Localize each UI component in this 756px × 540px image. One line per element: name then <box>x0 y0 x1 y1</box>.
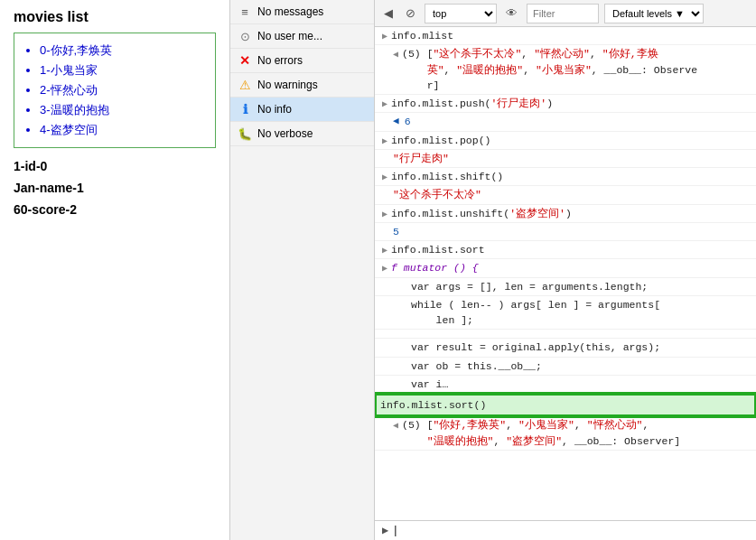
filter-info[interactable]: ℹ No info <box>230 98 374 122</box>
line-content: "行尸走肉" <box>393 151 752 166</box>
filter-verbose-label: No verbose <box>257 127 313 140</box>
console-line: ◀ (5) ["你好,李焕英", "小鬼当家", "怦然心动", "温暖的抱抱"… <box>375 416 756 451</box>
console-line: ◀ (5) ["这个杀手不太冷", "怦然心动", "你好,李焕 英", "温暖… <box>375 45 756 95</box>
info-icon: ℹ <box>238 102 252 116</box>
console-prompt-bar: | <box>392 525 398 537</box>
filter-warnings[interactable]: ⚠ No warnings <box>230 73 374 98</box>
console-line: ▶ info.mlist.push('行尸走肉') <box>375 95 756 113</box>
console-line: ▶ info.mlist.sort <box>375 241 756 259</box>
eye-button[interactable]: 👁 <box>502 5 521 22</box>
line-content: info.mlist.push('行尸走肉') <box>391 96 752 111</box>
console-line: while ( len-- ) args[ len ] = arguments[… <box>375 296 756 331</box>
line-content: info.mlist <box>391 28 752 43</box>
console-line: ◀ 6 <box>375 113 756 131</box>
list-item: 1-小鬼当家 <box>40 61 208 80</box>
console-line <box>375 330 756 339</box>
line-content: (5) ["这个杀手不太冷", "怦然心动", "你好,李焕 英", "温暖的抱… <box>402 46 752 93</box>
console-output[interactable]: ▶ info.mlist ◀ (5) ["这个杀手不太冷", "怦然心动", "… <box>375 27 756 520</box>
user-icon: ⊙ <box>238 29 252 43</box>
back-button[interactable]: ◀ <box>380 5 397 22</box>
level-select[interactable]: Default levels ▼ <box>604 4 704 23</box>
verbose-icon: 🐛 <box>238 126 252 141</box>
console-line: var result = original.apply(this, args); <box>375 339 756 357</box>
console-line: ▶ info.mlist.unshift('盗梦空间') <box>375 205 756 223</box>
line-content: info.mlist.unshift('盗梦空间') <box>391 206 752 221</box>
filter-messages[interactable]: ≡ No messages <box>230 0 374 24</box>
filter-verbose[interactable]: 🐛 No verbose <box>230 122 374 146</box>
filter-warnings-label: No warnings <box>257 79 318 91</box>
console-input-row: ▶ | <box>375 520 756 540</box>
console-line: ▶ f mutator () { <box>375 259 756 277</box>
expand-arrow[interactable]: ▶ <box>382 242 387 257</box>
line-content: var ob = this.__ob__; <box>411 358 752 374</box>
filter-input[interactable] <box>527 4 599 23</box>
console-toolbar: ◀ ⊘ top 👁 Default levels ▼ <box>375 0 756 27</box>
line-content: info.mlist.pop() <box>391 133 752 148</box>
warning-icon: ⚠ <box>238 78 252 92</box>
console-line: "这个杀手不太冷" <box>375 186 756 204</box>
console-line: "行尸走肉" <box>375 150 756 168</box>
line-content: (5) ["你好,李焕英", "小鬼当家", "怦然心动", "温暖的抱抱", … <box>402 417 752 449</box>
info-item-2: Jan-name-1 <box>14 181 216 195</box>
list-item: 0-你好,李焕英 <box>40 41 208 61</box>
info-item-1: 1-id-0 <box>14 159 216 173</box>
expand-arrow[interactable]: ▶ <box>382 96 387 111</box>
filter-info-label: No info <box>257 103 292 116</box>
expand-arrow[interactable]: ▶ <box>382 260 387 275</box>
movie-list: 0-你好,李焕英 1-小鬼当家 2-怦然心动 3-温暖的抱抱 4-盗梦空间 <box>14 33 216 148</box>
line-content: 5 <box>393 224 752 239</box>
clear-button[interactable]: ⊘ <box>402 5 419 22</box>
page-title: movies list <box>14 9 216 25</box>
context-select[interactable]: top <box>425 4 497 23</box>
line-content: "这个杀手不太冷" <box>393 187 752 202</box>
list-item: 3-温暖的抱抱 <box>40 100 208 120</box>
console-line: var i… <box>375 376 756 394</box>
filter-errors[interactable]: ✕ No errors <box>230 49 374 73</box>
expand-arrow[interactable]: ▶ <box>382 169 387 184</box>
left-panel: movies list 0-你好,李焕英 1-小鬼当家 2-怦然心动 3-温暖的… <box>0 0 230 540</box>
expand-arrow[interactable]: ▶ <box>382 133 387 148</box>
filter-user-label: No user me... <box>257 30 322 42</box>
list-item: 4-盗梦空间 <box>40 120 208 140</box>
filter-user[interactable]: ⊙ No user me... <box>230 24 374 49</box>
line-content: var i… <box>411 377 752 392</box>
collapse-arrow[interactable]: ◀ <box>393 417 398 433</box>
console-line: var args = [], len = arguments.length; <box>375 278 756 296</box>
console-line: ▶ info.mlist.shift() <box>375 168 756 186</box>
line-content: info.mlist.sort <box>391 242 752 257</box>
line-number: ◀ <box>393 114 399 129</box>
console-line: ▶ info.mlist.pop() <box>375 132 756 150</box>
line-content: 6 <box>405 114 752 129</box>
filter-panel: ≡ No messages ⊙ No user me... ✕ No error… <box>230 0 375 540</box>
console-line-highlighted: info.mlist.sort() <box>375 394 756 416</box>
line-content: var args = [], len = arguments.length; <box>411 279 752 294</box>
line-content: info.mlist.shift() <box>391 169 752 184</box>
filter-messages-label: No messages <box>257 5 323 18</box>
messages-icon: ≡ <box>238 5 252 19</box>
expand-arrow[interactable]: ▶ <box>382 206 387 221</box>
list-item: 2-怦然心动 <box>40 80 208 100</box>
info-item-3: 60-score-2 <box>14 202 216 217</box>
line-content: while ( len-- ) args[ len ] = arguments[… <box>411 297 752 329</box>
console-prompt: ▶ <box>382 524 388 537</box>
filter-errors-label: No errors <box>257 54 303 67</box>
line-content: info.mlist.sort() <box>380 397 751 413</box>
error-icon: ✕ <box>238 53 252 68</box>
console-line: var ob = this.__ob__; <box>375 358 756 376</box>
collapse-arrow[interactable]: ◀ <box>393 46 398 61</box>
console-line: ▶ info.mlist <box>375 27 756 45</box>
console-panel: ◀ ⊘ top 👁 Default levels ▼ ▶ info.mlist … <box>375 0 756 540</box>
line-content: f mutator () { <box>391 260 752 275</box>
line-content: var result = original.apply(this, args); <box>411 340 752 355</box>
expand-arrow[interactable]: ▶ <box>382 28 387 43</box>
console-line: 5 <box>375 223 756 241</box>
